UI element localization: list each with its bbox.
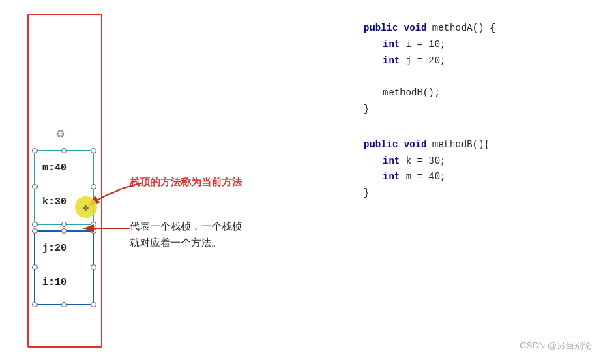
dot-a-mt xyxy=(61,228,67,234)
dot-a-rm xyxy=(91,264,96,270)
annotation-bottom-line1: 代表一个栈桢，一个栈桢 xyxy=(130,221,242,232)
method-b-signature: public void methodB(){ xyxy=(364,139,490,150)
dot-a-mb xyxy=(61,302,67,307)
method-a-name: methodA() { xyxy=(432,22,495,33)
method-b-close: } xyxy=(364,187,369,198)
watermark: CSDN @另当别论 xyxy=(520,339,592,352)
method-a-code: public void methodA() { int i = 10; int … xyxy=(364,20,596,118)
dot-a-br xyxy=(91,302,96,307)
annotation-top: 栈顶的方法称为当前方法 xyxy=(130,176,242,189)
stack-area: ♻ m:40 k:30 ✛ j:20 i:10 xyxy=(27,14,109,348)
var-k-label: k:30 xyxy=(35,191,74,213)
keyword-void-a: void xyxy=(404,22,427,33)
dot-b-lm xyxy=(32,184,38,189)
dot-b-bl xyxy=(32,222,38,227)
type-int-1: int xyxy=(383,39,400,50)
type-int-4: int xyxy=(383,171,400,182)
method-a-line1: int i = 10; xyxy=(364,37,596,53)
var-i-label: i:10 xyxy=(35,271,74,294)
keyword-public-a: public xyxy=(364,22,398,33)
dot-a-tl xyxy=(32,228,38,234)
method-b-code: public void methodB(){ int k = 30; int m… xyxy=(364,137,596,202)
annotation-bottom: 代表一个栈桢，一个栈桢 就对应着一个方法。 xyxy=(130,218,242,251)
method-b-line2: int m = 40; xyxy=(364,169,596,185)
method-a-line2: int j = 20; xyxy=(364,53,596,70)
method-a-close: } xyxy=(364,104,369,115)
dot-b-tr xyxy=(91,148,96,153)
method-a-signature: public void methodA() { xyxy=(364,22,495,33)
type-int-2: int xyxy=(383,55,400,66)
dot-b-tl xyxy=(32,148,38,153)
dot-b-rm xyxy=(91,184,96,189)
cursor-indicator: ✛ xyxy=(75,196,97,218)
main-container: ♻ m:40 k:30 ✛ j:20 i:10 xyxy=(0,0,616,364)
method-a-blank xyxy=(364,69,596,85)
method-b-name: methodB(){ xyxy=(432,139,490,150)
annotation-bottom-line2: 就对应着一个方法。 xyxy=(130,237,222,248)
dot-b-mb xyxy=(61,222,67,227)
method-a-call: methodB(); xyxy=(364,85,596,102)
type-int-3: int xyxy=(383,155,400,166)
method-b-line1: int k = 30; xyxy=(364,153,596,170)
dot-a-lm xyxy=(32,264,38,270)
frame-a: j:20 i:10 xyxy=(34,230,94,305)
dot-a-bl xyxy=(32,302,38,307)
code-panel: public void methodA() { int i = 10; int … xyxy=(364,20,596,221)
var-j-label: j:20 xyxy=(35,237,74,260)
keyword-public-b: public xyxy=(364,139,398,150)
recycle-icon: ♻ xyxy=(56,124,65,142)
var-m-label: m:40 xyxy=(35,157,74,179)
dot-b-mt xyxy=(61,148,67,153)
keyword-void-b: void xyxy=(404,139,427,150)
